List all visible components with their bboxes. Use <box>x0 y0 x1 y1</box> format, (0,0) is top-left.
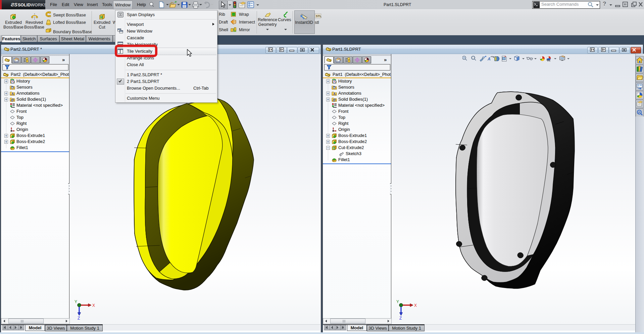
svg-text:A: A <box>487 57 491 61</box>
svg-text:SOLIDWORKS: SOLIDWORKS <box>18 3 46 7</box>
svg-text:P: P <box>638 111 640 114</box>
svg-text:ƧS: ƧS <box>11 2 17 7</box>
svg-text:Y: Y <box>75 300 77 304</box>
svg-text:X: X <box>92 303 95 308</box>
svg-text:Z: Z <box>78 316 80 321</box>
svg-text:STL: STL <box>316 14 321 18</box>
svg-text:X: X <box>414 303 417 308</box>
svg-text:Z: Z <box>399 316 402 321</box>
svg-text:Y: Y <box>396 300 399 304</box>
